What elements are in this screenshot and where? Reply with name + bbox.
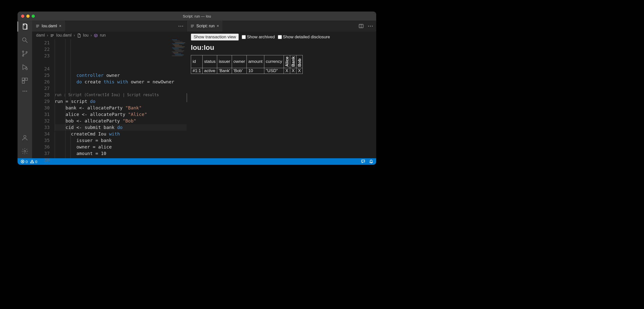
svg-point-6 [26, 68, 28, 70]
branch-icon [21, 50, 28, 57]
code-editor[interactable]: 212223242526272829303132333435363738 con… [32, 39, 187, 158]
status-errors[interactable]: 0 [21, 160, 28, 164]
table-cell: 10 [247, 68, 264, 74]
file-icon [77, 33, 81, 38]
table-cell-party: X [296, 68, 303, 74]
table-cell: 'Bank' [217, 68, 232, 74]
show-transaction-view-button[interactable]: Show transaction view [191, 34, 239, 41]
tabs-left: Iou.daml × ⋯ [32, 21, 187, 32]
chevron-right-icon: › [47, 33, 48, 38]
tab-close-button[interactable]: × [217, 24, 219, 28]
breadcrumb-item[interactable]: daml [36, 33, 45, 38]
svg-marker-5 [23, 65, 27, 70]
list-icon [36, 24, 40, 28]
tab-label: Iou.daml [42, 24, 57, 28]
show-detailed-disclosure-checkbox[interactable] [278, 35, 282, 39]
breadcrumb-item[interactable]: run [100, 33, 106, 38]
gear-icon [21, 148, 28, 155]
table-header-party: Bob [296, 55, 303, 68]
svg-rect-7 [22, 78, 25, 80]
table-cell: #1:1 [191, 68, 203, 74]
table-header: owner [232, 55, 247, 68]
show-archived-toggle[interactable]: Show archived [242, 35, 275, 40]
tab-close-button[interactable]: × [59, 24, 61, 28]
status-bar: 0 0 [18, 158, 376, 165]
svg-point-2 [22, 51, 24, 52]
feedback-icon [361, 159, 365, 163]
svg-point-10 [24, 135, 26, 138]
minimap[interactable] [172, 39, 186, 64]
files-icon [21, 23, 28, 30]
breadcrumb-item[interactable]: Iou [83, 33, 89, 38]
activity-source-control[interactable] [21, 50, 28, 58]
preview-icon [190, 24, 194, 28]
window-minimize-button[interactable] [26, 15, 30, 18]
ellipsis-icon [23, 91, 27, 92]
tabs-right: Script: run × ⋯ [187, 21, 376, 32]
activity-settings[interactable] [21, 148, 28, 156]
breadcrumb-item[interactable]: Iou.daml [56, 33, 71, 38]
table-header-party: Bank [290, 55, 296, 68]
code-content[interactable]: controller owner do create this with own… [55, 39, 187, 158]
tab-iou-daml[interactable]: Iou.daml × [32, 21, 65, 32]
chevron-right-icon: › [91, 33, 92, 38]
table-cell-party: X [284, 68, 290, 74]
activity-account[interactable] [21, 134, 28, 142]
table-header: amount [247, 55, 264, 68]
search-icon [21, 37, 28, 44]
tab-script-run[interactable]: Script: run × [187, 21, 222, 32]
status-feedback[interactable] [361, 159, 365, 164]
script-result-panel: Show transaction view Show archived Show… [187, 32, 376, 158]
show-detailed-disclosure-toggle[interactable]: Show detailed disclosure [278, 35, 330, 40]
activity-more[interactable] [23, 91, 27, 92]
editor-group-left: Iou.daml × ⋯ daml › Iou.daml › Iou › [32, 21, 187, 158]
table-row: #1:1active'Bank''Bob'10"USD"XXX [191, 68, 303, 74]
error-icon [21, 160, 25, 164]
activity-search[interactable] [21, 37, 28, 45]
editor-actions-more[interactable]: ⋯ [368, 23, 373, 29]
table-cell: active [203, 68, 217, 74]
breadcrumb[interactable]: daml › Iou.daml › Iou › run [32, 32, 187, 39]
svg-point-4 [26, 52, 27, 53]
bell-icon [369, 159, 373, 163]
table-cell: 'Bob' [232, 68, 247, 74]
activity-extensions[interactable] [21, 77, 28, 85]
table-header: status [203, 55, 217, 68]
app-window: Script: run — Iou [18, 12, 376, 165]
tab-label: Script: run [196, 24, 215, 28]
table-cell-party: X [290, 68, 296, 74]
activity-explorer[interactable] [21, 23, 28, 31]
split-editor-button[interactable] [359, 24, 364, 29]
gutter: 212223242526272829303132333435363738 [32, 39, 55, 158]
window-title: Script: run — Iou [18, 14, 376, 18]
result-heading: Iou:Iou [191, 44, 372, 52]
cube-icon [94, 33, 98, 38]
chevron-right-icon: › [73, 33, 75, 38]
activity-bar [18, 21, 32, 158]
table-header: issuer [217, 55, 232, 68]
table-cell: "USD" [264, 68, 284, 74]
status-notifications[interactable] [369, 159, 373, 164]
svg-point-11 [24, 150, 26, 152]
play-bug-icon [21, 64, 28, 71]
list-icon [50, 33, 54, 38]
window-close-button[interactable] [21, 15, 24, 18]
activity-run-debug[interactable] [21, 64, 28, 72]
result-table: idstatusissuerowneramountcurrencyAliceBa… [191, 55, 303, 74]
titlebar: Script: run — Iou [18, 12, 376, 21]
show-archived-checkbox[interactable] [242, 35, 246, 39]
error-count: 0 [26, 160, 28, 164]
svg-point-0 [23, 38, 26, 41]
window-zoom-button[interactable] [32, 15, 35, 18]
svg-rect-9 [22, 81, 25, 83]
table-header: id [191, 55, 203, 68]
editor-actions-more[interactable]: ⋯ [178, 23, 184, 29]
editor-group-right: Script: run × ⋯ Show transaction view [187, 21, 376, 158]
checkbox-label: Show archived [247, 35, 275, 40]
code-lens[interactable]: run : Script (ContractId Iou) | Script r… [55, 92, 187, 98]
table-header-party: Alice [284, 55, 290, 68]
split-handle[interactable] [186, 93, 188, 102]
svg-line-1 [26, 41, 28, 43]
svg-rect-8 [25, 78, 27, 80]
checkbox-label: Show detailed disclosure [283, 35, 330, 40]
